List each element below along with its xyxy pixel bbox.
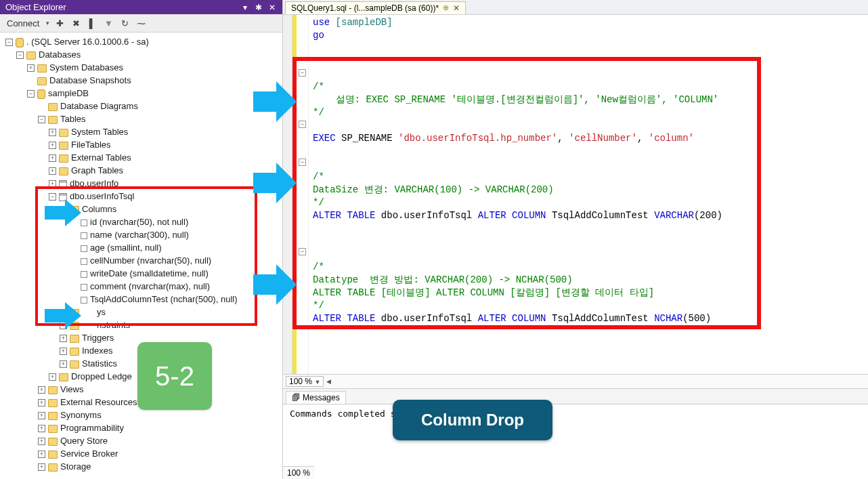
expander-icon[interactable]: + — [60, 309, 67, 316]
tree-col-id[interactable]: id (nvarchar(50), not null) — [90, 217, 188, 227]
tree-graphtables[interactable]: Graph Tables — [71, 165, 123, 175]
scroll-left-icon[interactable]: ◀ — [326, 378, 331, 385]
tree-col-writedate[interactable]: writeDate (smalldatetime, null) — [90, 268, 209, 278]
chevron-down-icon: ▼ — [314, 379, 320, 386]
tree-tables[interactable]: Tables — [60, 114, 86, 124]
folder-icon — [59, 154, 68, 163]
server-icon — [16, 38, 24, 47]
expander-icon[interactable]: + — [60, 360, 67, 368]
expander-icon[interactable]: − — [16, 51, 24, 59]
fold-icon[interactable]: − — [299, 121, 306, 128]
expander-icon[interactable]: + — [38, 399, 45, 407]
tree-constraints[interactable]: nstraints — [82, 320, 130, 330]
tree-col-age[interactable]: age (smallint, null) — [90, 243, 162, 253]
expander-icon[interactable]: + — [49, 129, 56, 136]
tree-prog[interactable]: Programmability — [60, 423, 124, 433]
expander-icon[interactable]: − — [5, 39, 13, 46]
expander-icon[interactable]: − — [38, 116, 45, 123]
pin-icon[interactable]: ⊕ — [443, 3, 449, 12]
expander-icon[interactable]: + — [49, 142, 56, 149]
activity-icon[interactable]: ⁓ — [135, 17, 147, 29]
connect-dropdown-icon[interactable]: ▾ — [46, 20, 49, 26]
expander-icon[interactable]: + — [49, 180, 56, 188]
tree-columns[interactable]: Columns — [82, 204, 116, 214]
messages-tab[interactable]: 🗐 Messages — [286, 391, 346, 404]
tree-col-name[interactable]: name (varchar(300), null) — [90, 230, 189, 240]
window-dropdown-icon[interactable]: ▾ — [240, 3, 250, 12]
tree-userinfotsql[interactable]: dbo.userInfoTsql — [70, 191, 134, 201]
folder-icon — [48, 399, 58, 407]
tree-databases[interactable]: Databases — [39, 49, 81, 60]
zoom-select[interactable]: 100 % ▼ — [286, 376, 324, 387]
column-icon — [81, 297, 87, 304]
refresh-icon[interactable]: ↻ — [118, 17, 131, 29]
tree-col-comment[interactable]: comment (nvarchar(max), null) — [90, 281, 210, 291]
tree-keys[interactable]: ys — [82, 307, 106, 317]
folder-icon — [26, 51, 36, 60]
expander-icon[interactable]: − — [49, 193, 56, 201]
tree-dbdiag[interactable]: Database Diagrams — [60, 101, 138, 111]
tree-sysdb[interactable]: System Databases — [49, 62, 123, 72]
expander-icon[interactable]: + — [49, 167, 56, 175]
expander-icon[interactable]: + — [60, 348, 67, 355]
tree-triggers[interactable]: Triggers — [82, 333, 114, 343]
fold-icon[interactable]: − — [299, 69, 306, 77]
expander-icon[interactable]: + — [49, 373, 56, 381]
connect-button[interactable]: Connect — [4, 18, 42, 29]
tree-storage[interactable]: Storage — [60, 461, 91, 472]
close-tab-icon[interactable]: ✕ — [453, 3, 460, 13]
tree-col-tsqladd[interactable]: TsqlAddColumnTest (nchar(500), null) — [90, 294, 237, 304]
messages-icon: 🗐 — [292, 393, 300, 402]
close-icon[interactable]: ✕ — [267, 3, 277, 12]
tree-dbsnap[interactable]: Database Snapshots — [49, 75, 131, 85]
expander-icon[interactable]: + — [38, 412, 45, 419]
folder-icon — [59, 373, 68, 381]
expander-icon[interactable]: + — [60, 335, 67, 342]
object-explorer-tree[interactable]: −. (SQL Server 16.0.1000.6 - sa) −Databa… — [0, 33, 282, 479]
toolbar-btn-1[interactable]: ✚ — [53, 17, 66, 29]
folder-icon — [37, 64, 47, 72]
expander-icon[interactable]: + — [38, 451, 45, 458]
tree-extres[interactable]: External Resources — [60, 397, 137, 407]
folder-icon — [48, 103, 58, 111]
tree-root[interactable]: . (SQL Server 16.0.1000.6 - sa) — [26, 37, 149, 47]
expander-icon[interactable]: + — [38, 438, 45, 445]
table-icon — [59, 193, 67, 201]
expander-icon[interactable]: + — [38, 386, 45, 394]
messages-tab-label: Messages — [303, 393, 340, 402]
fold-icon[interactable]: − — [299, 248, 306, 255]
messages-tabbar: 🗐 Messages — [283, 389, 868, 404]
tree-exttables[interactable]: External Tables — [71, 152, 131, 163]
expander-icon[interactable]: + — [38, 425, 45, 432]
expander-icon[interactable]: + — [38, 463, 45, 471]
tree-sampledb[interactable]: sampleDB — [48, 88, 89, 98]
tree-droppedledge[interactable]: Dropped Ledge — [71, 371, 132, 381]
tree-systables[interactable]: System Tables — [71, 127, 128, 137]
folder-icon — [48, 412, 58, 420]
tree-views[interactable]: Views — [60, 384, 83, 394]
tree-servicebroker[interactable]: Service Broker — [60, 449, 118, 459]
expander-icon[interactable]: + — [49, 154, 56, 162]
expander-icon[interactable]: − — [60, 206, 67, 213]
tree-synonyms[interactable]: Synonyms — [60, 410, 102, 420]
folder-icon — [70, 348, 79, 356]
tree-indexes[interactable]: Indexes — [82, 346, 113, 356]
tree-userinfo[interactable]: dbo.userInfo — [70, 178, 118, 188]
editor-tab[interactable]: SQLQuery1.sql - (l...sampleDB (sa (60))*… — [285, 1, 466, 14]
database-icon — [37, 89, 45, 99]
expander-icon[interactable]: + — [60, 322, 67, 329]
expander-icon[interactable]: − — [27, 90, 35, 98]
tree-col-cellnumber[interactable]: cellNumber (nvarchar(50), null) — [90, 255, 211, 266]
messages-body[interactable]: Commands completed successfully. Complet… — [283, 404, 868, 479]
fold-icon[interactable]: − — [299, 159, 306, 166]
object-explorer-title: Object Explorer — [5, 2, 236, 12]
expander-icon[interactable]: + — [27, 64, 35, 72]
code-editor[interactable]: use [sampleDB] go /* 설명: EXEC SP_RENAME … — [309, 15, 868, 374]
pin-icon[interactable]: ✱ — [254, 3, 263, 12]
filter-icon[interactable]: ▼ — [102, 17, 114, 29]
toolbar-btn-2[interactable]: ✖ — [70, 17, 82, 29]
toolbar-btn-3[interactable]: ▌ — [86, 17, 98, 29]
tree-filetables[interactable]: FileTables — [71, 140, 111, 150]
tree-statistics[interactable]: Statistics — [82, 358, 117, 369]
tree-querystore[interactable]: Query Store — [60, 436, 108, 446]
